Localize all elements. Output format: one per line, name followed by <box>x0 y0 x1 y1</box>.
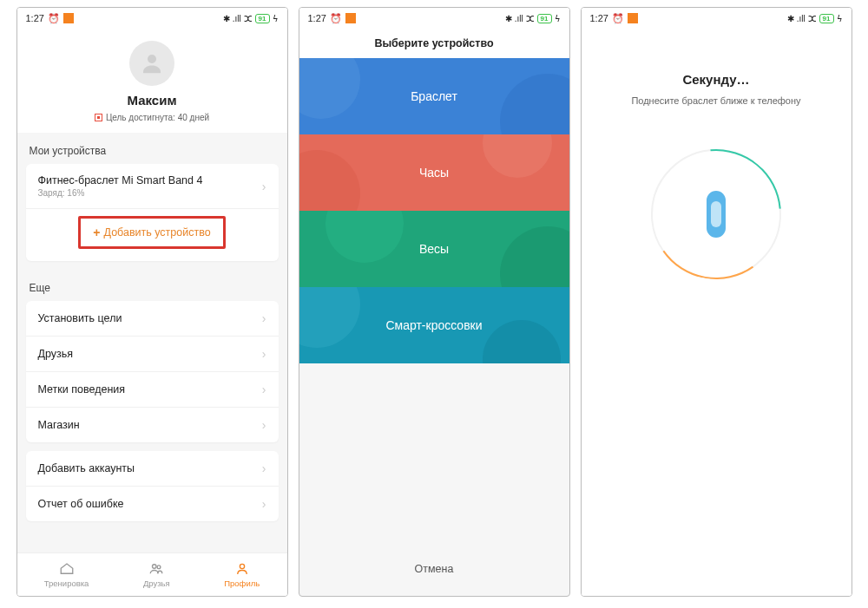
battery-icon: 91 <box>819 14 834 23</box>
alarm-icon: ⏰ <box>612 13 624 24</box>
screen-select-device: 1:27 ⏰ ✱ .ıll ⵋ 91 ϟ Выберите устройство… <box>299 7 570 597</box>
svg-point-0 <box>148 55 156 63</box>
row-add-accounts[interactable]: Добавить аккаунты› <box>26 451 279 487</box>
tile-watch[interactable]: Часы <box>299 134 569 211</box>
goal-badge-icon <box>95 114 102 121</box>
searching-subtitle: Поднесите браслет ближе к телефону <box>582 95 852 106</box>
svg-point-1 <box>153 565 157 569</box>
row-behavior[interactable]: Метки поведения› <box>26 372 279 408</box>
app-indicator-icon <box>63 13 74 23</box>
chevron-right-icon: › <box>262 311 266 325</box>
alarm-icon: ⏰ <box>48 13 60 24</box>
tile-scale[interactable]: Весы <box>299 211 569 287</box>
cancel-button[interactable]: Отмена <box>415 563 454 575</box>
svg-point-2 <box>157 566 161 569</box>
screen-profile: 1:27 ⏰ ✱ .ıll ⵋ 91 ϟ Максим Цель достигн… <box>16 7 288 597</box>
chevron-right-icon: › <box>262 382 266 396</box>
status-time: 1:27 <box>308 13 326 23</box>
select-device-header: Выберите устройство <box>299 29 569 58</box>
add-device-button[interactable]: + Добавить устройство <box>78 216 225 249</box>
tab-workout[interactable]: Тренировка <box>44 561 89 588</box>
status-bar: 1:27 ⏰ ✱ .ıll ⵋ 91 ϟ <box>17 8 287 29</box>
app-indicator-icon <box>345 13 356 23</box>
tile-bracelet[interactable]: Браслет <box>299 58 569 134</box>
status-bar: 1:27 ⏰ ✱ .ıll ⵋ 91 ϟ <box>299 8 569 29</box>
charge-icon: ϟ <box>273 14 279 23</box>
svg-point-3 <box>240 564 244 568</box>
avatar[interactable] <box>129 41 174 86</box>
battery-icon: 91 <box>255 14 270 23</box>
plus-icon: + <box>93 226 100 239</box>
row-bug-report[interactable]: Отчет об ошибке› <box>26 487 279 521</box>
goal-text: Цель достигнута: 40 дней <box>17 113 287 122</box>
section-more: Еще <box>17 270 287 301</box>
device-charge: Заряд: 16% <box>38 188 203 198</box>
chevron-right-icon: › <box>262 180 266 193</box>
row-goals[interactable]: Установить цели› <box>26 301 279 337</box>
tab-friends[interactable]: Друзья <box>143 561 170 588</box>
tile-shoes[interactable]: Смарт-кроссовки <box>299 287 569 363</box>
device-row[interactable]: Фитнес-браслет Mi Smart Band 4 Заряд: 16… <box>26 164 279 209</box>
battery-icon: 91 <box>537 14 552 23</box>
section-my-devices: Мои устройства <box>17 133 287 164</box>
app-indicator-icon <box>628 13 638 23</box>
signal-icons: ✱ .ıll ⵋ <box>223 14 253 23</box>
profile-header: Максим Цель достигнута: 40 дней <box>17 29 287 133</box>
alarm-icon: ⏰ <box>330 13 342 24</box>
signal-icons: ✱ .ıll ⵋ <box>787 14 817 23</box>
status-bar: 1:27 ⏰ ✱ .ıll ⵋ 91 ϟ <box>582 8 852 29</box>
row-store[interactable]: Магазин› <box>26 408 279 442</box>
row-friends[interactable]: Друзья› <box>26 337 279 372</box>
chevron-right-icon: › <box>262 461 266 475</box>
signal-icons: ✱ .ıll ⵋ <box>505 14 535 23</box>
band-icon <box>707 191 726 238</box>
charge-icon: ϟ <box>837 14 843 23</box>
charge-icon: ϟ <box>555 14 561 23</box>
username: Максим <box>17 93 287 108</box>
device-name: Фитнес-браслет Mi Smart Band 4 <box>38 174 203 186</box>
tab-profile[interactable]: Профиль <box>224 561 260 588</box>
chevron-right-icon: › <box>262 347 266 361</box>
status-time: 1:27 <box>26 13 44 23</box>
status-time: 1:27 <box>590 13 608 23</box>
spinner <box>651 149 781 279</box>
searching-title: Секунду… <box>582 72 852 87</box>
screen-searching: 1:27 ⏰ ✱ .ıll ⵋ 91 ϟ Секунду… Поднесите … <box>581 7 852 597</box>
chevron-right-icon: › <box>262 497 266 511</box>
tab-bar: Тренировка Друзья Профиль <box>17 552 287 596</box>
chevron-right-icon: › <box>262 418 266 432</box>
